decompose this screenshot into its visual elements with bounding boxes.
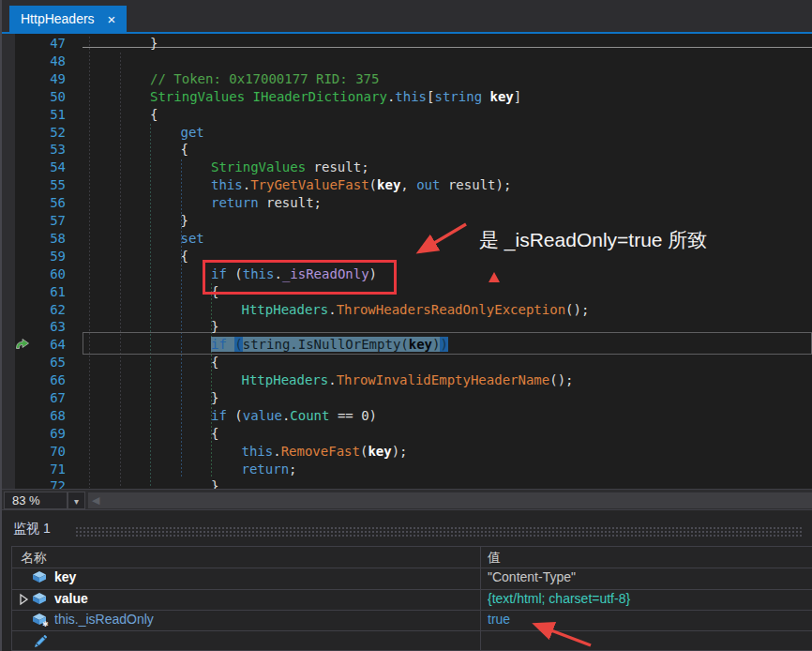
code-text: if (value.Count == 0) — [211, 407, 377, 425]
zoom-level-combo[interactable]: 83 % — [4, 492, 68, 509]
code-line-71[interactable]: 71return; — [0, 461, 812, 478]
code-text: // Token: 0x17000177 RID: 375 — [150, 70, 379, 88]
line-number[interactable]: 51 — [0, 106, 66, 124]
code-line-64[interactable]: 64if (string.IsNullOrEmpty(key)) — [0, 336, 812, 354]
field-icon — [32, 570, 49, 585]
code-text: } — [211, 477, 218, 489]
code-line-62[interactable]: 62HttpHeaders.ThrowHeadersReadOnlyExcept… — [0, 301, 812, 319]
code-line-69[interactable]: 69{ — [0, 425, 812, 443]
line-number[interactable]: 56 — [0, 194, 66, 212]
code-text: } — [150, 35, 158, 53]
line-number[interactable]: 60 — [0, 265, 66, 283]
watch-row-value[interactable]: value{text/html; charset=utf-8} — [12, 589, 812, 610]
watch-value[interactable]: {text/html; charset=utf-8} — [488, 591, 630, 606]
line-number[interactable]: 71 — [0, 461, 66, 478]
code-line-68[interactable]: 68if (value.Count == 0) — [0, 407, 812, 425]
watch-name[interactable]: this._isReadOnly — [54, 612, 154, 627]
code-text: { — [211, 425, 218, 443]
line-number[interactable]: 69 — [0, 425, 66, 443]
code-line-70[interactable]: 70this.RemoveFast(key); — [0, 443, 812, 461]
line-number[interactable]: 48 — [0, 53, 66, 70]
line-number[interactable]: 52 — [0, 124, 66, 142]
watch-row-add-new[interactable] — [12, 630, 812, 651]
line-number[interactable]: 57 — [0, 212, 66, 230]
code-text: if (string.IsNullOrEmpty(key)) — [211, 336, 448, 354]
watch-name[interactable]: key — [54, 569, 76, 584]
column-header-name[interactable]: 名称 — [21, 550, 47, 567]
watch-panel-title[interactable]: 监视 1 — [13, 521, 51, 537]
line-number[interactable]: 67 — [0, 389, 66, 407]
expand-chevron-icon[interactable] — [18, 593, 29, 609]
line-number[interactable]: 65 — [0, 354, 66, 371]
close-icon[interactable]: × — [108, 11, 116, 27]
code-line-63[interactable]: 63} — [0, 318, 812, 336]
code-text: { — [181, 248, 188, 265]
code-line-65[interactable]: 65{ — [0, 354, 812, 371]
code-editor[interactable]: 47}4849// Token: 0x17000177 RID: 37550St… — [0, 34, 812, 489]
grid-border — [11, 546, 812, 547]
code-line-50[interactable]: 50StringValues IHeaderDictionary.this[st… — [0, 88, 812, 106]
line-number[interactable]: 49 — [0, 70, 66, 88]
code-text: } — [181, 212, 188, 230]
line-number[interactable]: 66 — [0, 371, 66, 389]
watch-name[interactable]: value — [54, 591, 88, 606]
code-text: { — [181, 141, 188, 159]
code-line-61[interactable]: 61{ — [0, 283, 812, 301]
code-line-53[interactable]: 53{ — [0, 141, 812, 159]
line-number[interactable]: 64 — [0, 336, 66, 354]
line-number[interactable]: 72 — [0, 477, 66, 489]
code-line-47[interactable]: 47} — [0, 35, 812, 53]
panel-drag-texture — [75, 526, 803, 537]
code-line-51[interactable]: 51{ — [0, 106, 812, 124]
chevron-down-icon[interactable]: ▾ — [68, 492, 85, 509]
code-text: this.TryGetValueFast(key, out result); — [211, 176, 511, 194]
line-number[interactable]: 54 — [0, 159, 66, 176]
code-line-67[interactable]: 67} — [0, 389, 812, 407]
pencil-icon[interactable] — [32, 633, 49, 648]
watch-row-key[interactable]: key"Content-Type" — [12, 568, 812, 588]
line-number[interactable]: 58 — [0, 230, 66, 248]
line-number[interactable]: 70 — [0, 443, 66, 461]
window-left-border — [0, 0, 2, 651]
watch-panel: 监视 1 名称 值 key"Content-Type"value{text/ht… — [0, 509, 812, 651]
current-statement-arrow-icon — [14, 336, 30, 355]
watch-value[interactable]: "Content-Type" — [488, 569, 576, 584]
editor-status-bar: 83 % ▾ ◀ — [0, 489, 812, 509]
line-number[interactable]: 68 — [0, 407, 66, 425]
line-number[interactable]: 62 — [0, 301, 66, 319]
code-line-60[interactable]: 60if (this._isReadOnly) — [0, 265, 812, 283]
code-line-72[interactable]: 72} — [0, 477, 812, 489]
code-text: set — [181, 230, 204, 248]
line-number[interactable]: 59 — [0, 248, 66, 265]
tab-title: HttpHeaders — [21, 11, 95, 26]
line-number[interactable]: 63 — [0, 318, 66, 336]
code-text: return; — [242, 461, 297, 478]
tab-httpheaders[interactable]: HttpHeaders × — [9, 6, 127, 32]
code-text: HttpHeaders.ThrowHeadersReadOnlyExceptio… — [242, 301, 590, 319]
code-line-66[interactable]: 66HttpHeaders.ThrowInvalidEmptyHeaderNam… — [0, 371, 812, 389]
code-line-56[interactable]: 56return result; — [0, 194, 812, 212]
line-number[interactable]: 55 — [0, 176, 66, 194]
code-text: return result; — [211, 194, 322, 212]
line-number[interactable]: 47 — [0, 35, 66, 53]
watch-row-this._isReadOnly[interactable]: ✱this._isReadOnlytrue — [12, 610, 812, 630]
code-text: { — [211, 354, 218, 371]
line-number[interactable]: 53 — [0, 141, 66, 159]
column-header-value[interactable]: 值 — [488, 550, 501, 567]
line-number[interactable]: 50 — [0, 88, 66, 106]
code-line-52[interactable]: 52get — [0, 124, 812, 142]
watch-value[interactable]: true — [488, 612, 510, 627]
code-line-49[interactable]: 49// Token: 0x17000177 RID: 375 — [0, 70, 812, 88]
horizontal-scrollbar[interactable]: ◀ — [88, 492, 812, 508]
field-private-icon: ✱ — [32, 613, 49, 628]
code-line-55[interactable]: 55this.TryGetValueFast(key, out result); — [0, 176, 812, 194]
code-text: this.RemoveFast(key); — [242, 443, 408, 461]
code-line-48[interactable]: 48 — [0, 53, 812, 70]
annotation-rectangle — [203, 260, 397, 295]
line-number[interactable]: 61 — [0, 283, 66, 301]
code-line-54[interactable]: 54StringValues result; — [0, 159, 812, 176]
code-text: StringValues result; — [211, 159, 369, 176]
zoom-level-value: 83 % — [12, 493, 40, 507]
code-text: } — [211, 389, 218, 407]
scroll-left-icon[interactable]: ◀ — [92, 494, 99, 507]
